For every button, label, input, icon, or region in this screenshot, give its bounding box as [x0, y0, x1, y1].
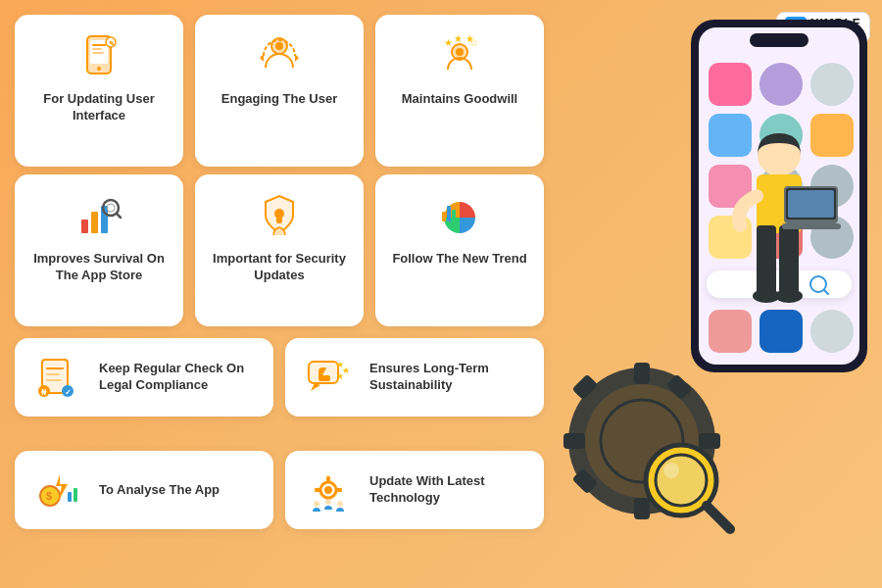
svg-text:✎: ✎	[109, 40, 115, 47]
card-label-goodwill: Maintains Goodwill	[402, 91, 517, 108]
svg-point-54	[314, 501, 319, 507]
svg-rect-32	[46, 373, 60, 375]
svg-rect-101	[782, 223, 841, 229]
svg-rect-63	[699, 433, 720, 449]
svg-rect-29	[452, 210, 456, 221]
svg-marker-11	[260, 54, 264, 62]
svg-rect-90	[709, 310, 752, 353]
svg-marker-39	[311, 383, 320, 391]
main-illustration-svg	[544, 10, 877, 578]
legal-doc-icon: ₦ ✓	[30, 350, 85, 405]
svg-point-98	[775, 289, 803, 303]
svg-rect-74	[750, 33, 808, 47]
svg-rect-50	[326, 476, 330, 482]
svg-text:★: ★	[454, 33, 463, 44]
svg-point-13	[456, 48, 464, 56]
svg-point-56	[337, 501, 343, 507]
svg-rect-102	[788, 190, 834, 218]
svg-rect-27	[442, 212, 446, 221]
card-label-updating-ui: For Updating User Interface	[24, 91, 173, 124]
card-goodwill[interactable]: ★ ★ ★ ☆ Maintains Goodwill	[375, 15, 544, 167]
mid-cards-grid: Improves Survival On The App Store Impor…	[15, 174, 544, 326]
mobile-icon: ✎	[72, 28, 126, 83]
svg-text:★: ★	[444, 37, 453, 48]
svg-rect-47	[74, 488, 77, 502]
svg-text:★: ★	[336, 371, 344, 381]
card-label-trend: Follow The New Trend	[392, 251, 526, 268]
card-label-security: Important for Security Updates	[205, 251, 354, 284]
svg-line-70	[707, 506, 730, 529]
svg-rect-46	[68, 492, 72, 502]
svg-marker-10	[295, 54, 299, 62]
card-label-latest-tech: Update With Latest Technology	[369, 473, 528, 507]
top-cards-grid: ✎ For Updating User Interface Engaging T…	[15, 15, 544, 167]
svg-text:✓: ✓	[65, 388, 72, 397]
svg-rect-3	[92, 44, 106, 46]
svg-rect-25	[276, 217, 282, 223]
person-arrows-icon	[252, 28, 307, 83]
svg-rect-78	[709, 114, 752, 157]
card-survival[interactable]: Improves Survival On The App Store	[15, 174, 183, 326]
svg-rect-75	[709, 63, 752, 106]
svg-rect-18	[81, 220, 88, 233]
wide-cards-row1: ₦ ✓ Keep Regular Check On Legal Complian…	[15, 338, 544, 416]
svg-rect-28	[447, 206, 451, 221]
thumbs-up-chat-icon: ★ ★ ★	[301, 350, 356, 405]
card-label-survival: Improves Survival On The App Store	[24, 251, 173, 284]
svg-point-69	[656, 455, 707, 506]
svg-line-22	[117, 214, 121, 218]
svg-rect-77	[810, 63, 854, 106]
card-security[interactable]: Important for Security Updates	[195, 174, 364, 326]
card-engaging-user[interactable]: Engaging The User	[195, 15, 364, 167]
card-label-analyse: To Analyse The App	[99, 482, 220, 499]
card-sustainability[interactable]: ★ ★ ★ Ensures Long-Term Sustainability	[285, 338, 544, 416]
svg-rect-53	[336, 488, 342, 492]
security-hand-icon	[252, 188, 307, 243]
svg-rect-4	[92, 48, 102, 50]
svg-rect-76	[760, 63, 803, 106]
svg-rect-62	[564, 433, 585, 449]
svg-point-49	[324, 486, 332, 494]
svg-point-9	[275, 42, 283, 50]
card-updating-ui[interactable]: ✎ For Updating User Interface	[15, 15, 183, 167]
svg-rect-19	[91, 212, 98, 233]
svg-rect-60	[634, 363, 650, 384]
svg-rect-52	[315, 488, 320, 492]
svg-text:$: $	[46, 490, 52, 502]
svg-rect-95	[757, 225, 776, 294]
svg-rect-61	[634, 498, 650, 519]
coin-chart-icon: $	[30, 463, 85, 517]
svg-point-71	[663, 463, 679, 478]
svg-rect-92	[810, 310, 854, 353]
svg-text:☆: ☆	[469, 37, 478, 48]
card-latest-tech[interactable]: Update With Latest Technology	[285, 451, 544, 529]
svg-rect-33	[46, 379, 62, 381]
card-legal[interactable]: ₦ ✓ Keep Regular Check On Legal Complian…	[15, 338, 273, 416]
svg-point-55	[325, 499, 331, 505]
wide-cards-row2: $ To Analyse The App	[15, 451, 544, 529]
card-label-engaging: Engaging The User	[221, 91, 337, 108]
tech-person-icon	[301, 463, 356, 517]
card-trend[interactable]: Follow The New Trend	[375, 174, 544, 326]
svg-rect-31	[46, 368, 64, 369]
right-illustration	[539, 0, 882, 588]
svg-point-2	[97, 67, 101, 71]
svg-rect-96	[779, 225, 799, 294]
svg-rect-5	[92, 52, 104, 54]
svg-rect-80	[810, 114, 854, 157]
svg-point-23	[107, 204, 115, 212]
pie-chart-icon	[432, 188, 487, 243]
card-label-sustainability: Ensures Long-Term Sustainability	[369, 361, 528, 394]
card-label-legal: Keep Regular Check On Legal Compliance	[99, 361, 258, 394]
card-analyse[interactable]: $ To Analyse The App	[15, 451, 273, 529]
stars-person-icon: ★ ★ ★ ☆	[432, 28, 487, 83]
svg-rect-91	[760, 310, 803, 353]
chart-search-icon	[72, 188, 126, 243]
